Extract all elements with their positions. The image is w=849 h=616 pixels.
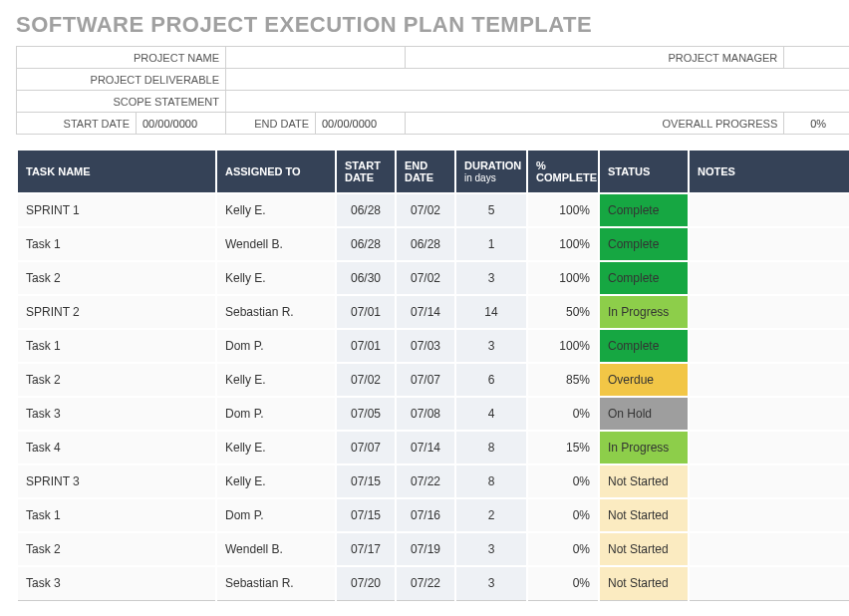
cell-notes[interactable] [689, 329, 849, 363]
cell-pct[interactable]: 15% [527, 431, 599, 464]
table-row: Task 1Dom P.07/1507/1620%Not Started [17, 498, 849, 532]
col-end-date: END DATE [396, 150, 455, 193]
label-project-name: PROJECT NAME [17, 47, 226, 69]
cell-end[interactable]: 07/16 [396, 498, 455, 532]
meta-row: START DATE 00/00/0000 END DATE 00/00/000… [17, 113, 850, 135]
cell-end[interactable]: 06/28 [396, 227, 455, 261]
cell-status[interactable]: On Hold [599, 397, 689, 431]
cell-notes[interactable] [689, 498, 849, 532]
value-project-deliverable[interactable] [226, 69, 850, 91]
cell-status[interactable]: In Progress [599, 431, 689, 464]
meta-row: PROJECT NAME PROJECT MANAGER [17, 47, 850, 69]
cell-status[interactable]: Complete [599, 193, 689, 227]
cell-pct[interactable]: 100% [527, 329, 599, 363]
cell-end[interactable]: 07/14 [396, 295, 455, 329]
cell-pct[interactable]: 0% [527, 397, 599, 431]
cell-pct[interactable]: 100% [527, 227, 599, 261]
cell-notes[interactable] [689, 397, 849, 431]
cell-task-name[interactable]: Task 1 [17, 498, 216, 532]
cell-status[interactable]: Not Started [599, 464, 689, 498]
cell-assigned[interactable]: Kelly E. [216, 431, 336, 464]
cell-assigned[interactable]: Dom P. [216, 498, 336, 532]
cell-task-name[interactable]: Task 2 [17, 532, 216, 566]
cell-assigned[interactable]: Dom P. [216, 329, 336, 363]
cell-status[interactable]: Not Started [599, 566, 689, 600]
cell-start[interactable]: 07/15 [336, 498, 396, 532]
cell-notes[interactable] [689, 566, 849, 600]
cell-start[interactable]: 07/15 [336, 464, 396, 498]
cell-pct[interactable]: 0% [527, 498, 599, 532]
cell-end[interactable]: 07/02 [396, 261, 455, 295]
cell-task-name[interactable]: Task 2 [17, 261, 216, 295]
cell-assigned[interactable]: Sebastian R. [216, 566, 336, 600]
cell-pct[interactable]: 0% [527, 566, 599, 600]
cell-task-name[interactable]: Task 1 [17, 227, 216, 261]
cell-end[interactable]: 07/02 [396, 193, 455, 227]
value-scope-statement[interactable] [226, 91, 850, 113]
cell-notes[interactable] [689, 431, 849, 464]
cell-assigned[interactable]: Kelly E. [216, 261, 336, 295]
cell-task-name[interactable]: Task 2 [17, 363, 216, 397]
cell-assigned[interactable]: Wendell B. [216, 227, 336, 261]
cell-end[interactable]: 07/03 [396, 329, 455, 363]
cell-notes[interactable] [689, 261, 849, 295]
cell-start[interactable]: 07/02 [336, 363, 396, 397]
cell-task-name[interactable]: Task 3 [17, 397, 216, 431]
cell-notes[interactable] [689, 193, 849, 227]
cell-status[interactable]: Complete [599, 261, 689, 295]
cell-pct[interactable]: 100% [527, 193, 599, 227]
cell-pct[interactable]: 50% [527, 295, 599, 329]
cell-status[interactable]: Complete [599, 227, 689, 261]
cell-assigned[interactable]: Kelly E. [216, 464, 336, 498]
value-project-manager[interactable] [784, 47, 849, 69]
cell-end[interactable]: 07/08 [396, 397, 455, 431]
cell-end[interactable]: 07/14 [396, 431, 455, 464]
value-project-name[interactable] [226, 47, 406, 69]
value-end-date[interactable]: 00/00/0000 [316, 113, 406, 135]
cell-pct[interactable]: 100% [527, 261, 599, 295]
label-scope-statement: SCOPE STATEMENT [17, 91, 226, 113]
value-start-date[interactable]: 00/00/0000 [137, 113, 226, 135]
cell-start[interactable]: 07/07 [336, 431, 396, 464]
cell-status[interactable]: Not Started [599, 532, 689, 566]
cell-notes[interactable] [689, 227, 849, 261]
cell-assigned[interactable]: Wendell B. [216, 532, 336, 566]
cell-task-name[interactable]: SPRINT 3 [17, 464, 216, 498]
cell-pct[interactable]: 0% [527, 532, 599, 566]
cell-assigned[interactable]: Kelly E. [216, 193, 336, 227]
cell-start[interactable]: 07/20 [336, 566, 396, 600]
cell-start[interactable]: 06/28 [336, 193, 396, 227]
cell-status[interactable]: Overdue [599, 363, 689, 397]
cell-task-name[interactable]: SPRINT 1 [17, 193, 216, 227]
cell-status[interactable]: In Progress [599, 295, 689, 329]
cell-notes[interactable] [689, 464, 849, 498]
cell-notes[interactable] [689, 363, 849, 397]
meta-table: PROJECT NAME PROJECT MANAGER PROJECT DEL… [16, 46, 849, 135]
cell-status[interactable]: Complete [599, 329, 689, 363]
cell-start[interactable]: 06/30 [336, 261, 396, 295]
task-header-row: TASK NAME ASSIGNED TO START DATE END DAT… [17, 150, 849, 193]
cell-status[interactable]: Not Started [599, 498, 689, 532]
cell-task-name[interactable]: Task 1 [17, 329, 216, 363]
cell-start[interactable]: 07/05 [336, 397, 396, 431]
cell-task-name[interactable]: Task 4 [17, 431, 216, 464]
cell-end[interactable]: 07/22 [396, 566, 455, 600]
cell-pct[interactable]: 0% [527, 464, 599, 498]
cell-notes[interactable] [689, 532, 849, 566]
cell-start[interactable]: 07/01 [336, 295, 396, 329]
cell-pct[interactable]: 85% [527, 363, 599, 397]
cell-assigned[interactable]: Dom P. [216, 397, 336, 431]
cell-end[interactable]: 07/22 [396, 464, 455, 498]
cell-assigned[interactable]: Kelly E. [216, 363, 336, 397]
cell-assigned[interactable]: Sebastian R. [216, 295, 336, 329]
cell-notes[interactable] [689, 295, 849, 329]
cell-start[interactable]: 06/28 [336, 227, 396, 261]
col-assigned-to: ASSIGNED TO [216, 150, 336, 193]
cell-start[interactable]: 07/01 [336, 329, 396, 363]
cell-task-name[interactable]: Task 3 [17, 566, 216, 600]
cell-start[interactable]: 07/17 [336, 532, 396, 566]
cell-end[interactable]: 07/19 [396, 532, 455, 566]
cell-end[interactable]: 07/07 [396, 363, 455, 397]
cell-task-name[interactable]: SPRINT 2 [17, 295, 216, 329]
col-duration: DURATIONin days [455, 150, 527, 193]
